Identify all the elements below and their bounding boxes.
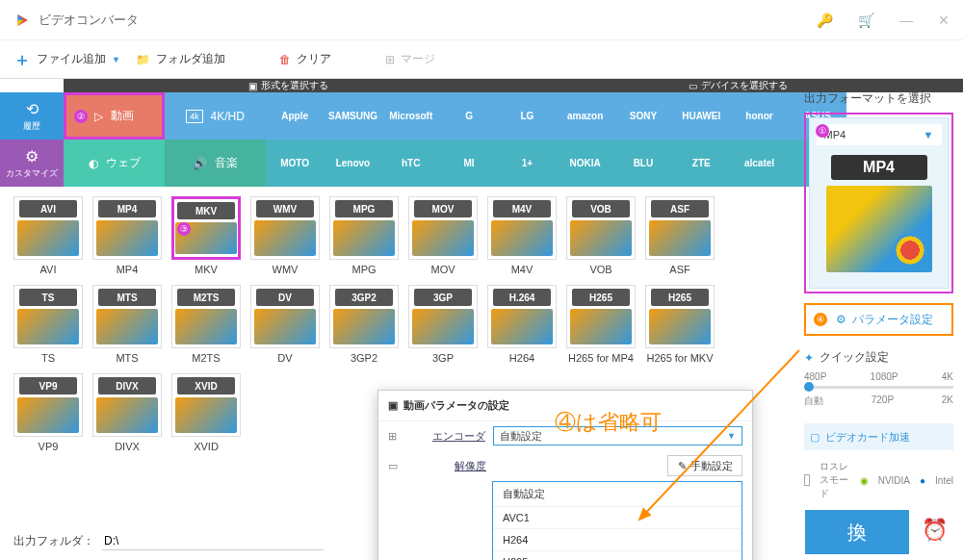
brand-apple[interactable]: Apple: [266, 92, 324, 140]
format-m2ts[interactable]: M2TSM2TS: [171, 285, 241, 364]
format-label: DV: [277, 352, 292, 364]
encoder-option-h264[interactable]: H264: [493, 529, 742, 551]
format-label: VP9: [39, 441, 59, 452]
format-label: ASF: [669, 264, 690, 275]
brand-moto[interactable]: MOTO: [266, 140, 324, 187]
app-title: ビデオコンバータ: [39, 12, 139, 29]
category-web[interactable]: ◐ウェブ: [64, 140, 165, 187]
format-label: VOB: [589, 264, 612, 275]
format-label: H264: [509, 352, 534, 364]
brand-zte[interactable]: ZTE: [672, 140, 730, 187]
format-label: MP4: [117, 264, 139, 275]
brand-lg[interactable]: LG: [498, 92, 556, 140]
brand-nokia[interactable]: NOKIA: [556, 140, 613, 187]
format-label: XVID: [194, 441, 219, 452]
tab-select-format[interactable]: ▣形式を選択する: [64, 79, 513, 92]
output-panel: 出力フォーマットを選択 ① MP4▼ MP4 ④ ⚙パラメータ設定 ✦クイック設…: [804, 90, 953, 500]
format-avi[interactable]: AVIAVI: [13, 196, 83, 275]
format-vp9[interactable]: VP9VP9: [13, 373, 83, 452]
format-mts[interactable]: MTSMTS: [92, 285, 162, 364]
format-3gp2[interactable]: 3GP23GP2: [329, 285, 399, 364]
intel-label: Intel: [935, 475, 953, 486]
format-label: MKV: [195, 264, 218, 275]
brand-alcatel[interactable]: alcatel: [730, 140, 788, 187]
quick-settings-label: ✦クイック設定: [804, 349, 953, 366]
nav-history[interactable]: ⟲履歴: [0, 92, 64, 140]
gpu-accel-row[interactable]: ▢ビデオカード加速: [804, 423, 953, 450]
cart-icon[interactable]: 🛒: [858, 13, 874, 28]
format-3gp[interactable]: 3GP3GP: [408, 285, 478, 364]
annotation-2: ②: [74, 110, 88, 123]
brand-huawei[interactable]: HUAWEI: [672, 92, 730, 140]
lossless-checkbox[interactable]: [804, 474, 810, 486]
format-asf[interactable]: ASFASF: [645, 196, 715, 275]
encoder-label: エンコーダ: [404, 429, 485, 444]
encoder-option-自動設定[interactable]: 自動設定: [493, 482, 742, 507]
format-label: H265 for MP4: [568, 352, 634, 364]
annotation-3: ③: [177, 222, 191, 236]
output-folder-label: 出力フォルダ：: [13, 533, 94, 549]
format-label: M2TS: [192, 352, 220, 364]
format-mov[interactable]: MOVMOV: [408, 196, 478, 275]
brand-htc[interactable]: hTC: [382, 140, 440, 187]
brand-blu[interactable]: BLU: [614, 140, 672, 187]
format-label: AVI: [40, 264, 57, 275]
format-h265-for-mkv[interactable]: H265H265 for MKV: [645, 285, 715, 364]
format-label: 3GP2: [351, 352, 377, 364]
format-mpg[interactable]: MPGMPG: [329, 196, 399, 275]
annotation-1: ①: [816, 124, 829, 138]
brand-mi[interactable]: MI: [440, 140, 498, 187]
format-vob[interactable]: VOBVOB: [566, 196, 636, 275]
add-file-button[interactable]: ＋ファイル追加▼: [13, 48, 120, 71]
format-h264[interactable]: H.264H264: [487, 285, 557, 364]
output-panel-title: 出力フォーマットを選択: [804, 90, 953, 107]
nvidia-label: NVIDIA: [878, 475, 910, 486]
format-mkv[interactable]: ③MKVMKV: [171, 196, 241, 275]
output-folder-row: 出力フォルダ：: [13, 532, 324, 550]
brand-g[interactable]: G: [440, 92, 498, 140]
close-button[interactable]: ✕: [938, 13, 950, 28]
format-ts[interactable]: TSTS: [13, 285, 83, 364]
format-wmv[interactable]: WMVWMV: [250, 196, 320, 275]
format-m4v[interactable]: M4VM4V: [487, 196, 557, 275]
encoder-option-avc1[interactable]: AVC1: [493, 507, 742, 529]
selected-format-card[interactable]: ① MP4▼ MP4: [809, 117, 949, 289]
format-label: H265 for MKV: [646, 352, 713, 364]
output-folder-input[interactable]: [102, 532, 324, 550]
key-icon[interactable]: 🔑: [817, 13, 833, 28]
parameter-settings-button[interactable]: ④ ⚙パラメータ設定: [804, 303, 953, 336]
add-folder-button[interactable]: 📁フォルダ追加: [136, 51, 225, 67]
brand-1+[interactable]: 1+: [498, 140, 556, 187]
clear-button[interactable]: 🗑クリア: [279, 51, 331, 67]
format-dv[interactable]: DVDV: [250, 285, 320, 364]
encoder-option-h265[interactable]: H265: [493, 551, 742, 560]
format-label: MOV: [430, 264, 455, 275]
category-video[interactable]: ② ▷動画: [64, 92, 165, 140]
brand-samsung[interactable]: SAMSUNG: [324, 92, 381, 140]
merge-button[interactable]: ⊞マージ: [385, 51, 435, 67]
brand-microsoft[interactable]: Microsoft: [382, 92, 440, 140]
format-label: DIVX: [115, 441, 140, 452]
resolution-manual-button[interactable]: ✎手動設定: [667, 455, 742, 476]
minimize-button[interactable]: —: [899, 13, 913, 28]
brand-amazon[interactable]: amazon: [556, 92, 613, 140]
brand-sony[interactable]: SONY: [614, 92, 672, 140]
format-divx[interactable]: DIVXDIVX: [92, 373, 162, 452]
format-label: M4V: [511, 264, 534, 275]
quick-quality-slider[interactable]: 480P1080P4K 自動720P2K: [804, 371, 953, 406]
category-music[interactable]: 🔊音楽: [165, 140, 266, 187]
format-label: TS: [41, 352, 55, 364]
category-4k[interactable]: 4k4K/HD: [165, 92, 266, 140]
brand-honor[interactable]: honor: [730, 92, 788, 140]
annotation-4: ④: [814, 313, 827, 326]
format-mp4[interactable]: MP4MP4: [92, 196, 162, 275]
format-preview-image: [826, 186, 932, 272]
brand-lenovo[interactable]: Lenovo: [324, 140, 381, 187]
alarm-icon[interactable]: ⏰: [922, 518, 948, 543]
format-dropdown[interactable]: MP4▼: [817, 124, 942, 145]
format-h265-for-mp4[interactable]: H265H265 for MP4: [566, 285, 636, 364]
format-label: MPG: [351, 264, 376, 275]
convert-button[interactable]: 換: [805, 510, 909, 554]
format-xvid[interactable]: XVIDXVID: [171, 373, 241, 452]
nav-customize[interactable]: ⚙カスタマイズ: [0, 140, 64, 187]
